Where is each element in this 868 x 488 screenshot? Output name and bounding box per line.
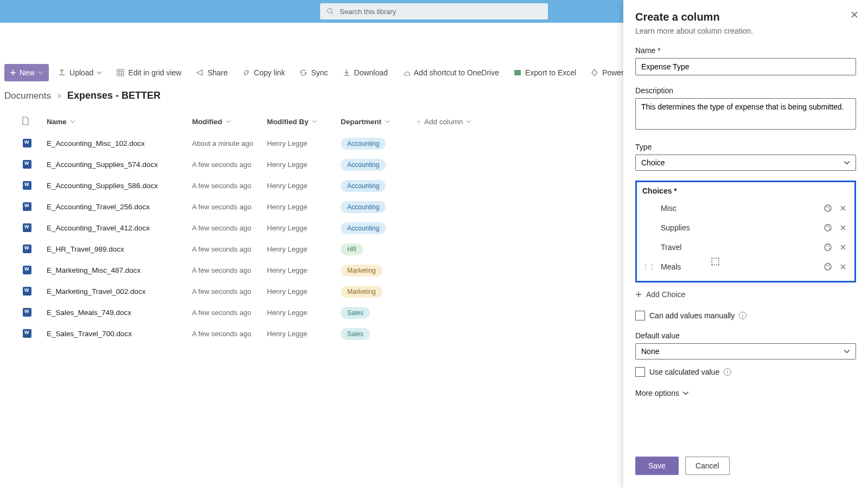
sync-button[interactable]: Sync [293,64,333,81]
plus-icon [10,69,16,76]
save-button[interactable]: Save [635,457,679,475]
color-palette-icon[interactable] [822,261,834,273]
modified-by-text: Henry Legge [267,266,307,274]
svg-line-1 [331,12,334,15]
remove-choice-button[interactable] [837,261,849,273]
create-column-panel: Create a column Learn more about column … [623,0,868,488]
file-name[interactable]: E_Sales_Meals_749.docx [47,309,131,317]
modified-header[interactable]: Modified [192,118,267,126]
add-choice-button[interactable]: Add Choice [635,290,856,299]
info-icon[interactable]: i [739,312,746,319]
choice-text[interactable]: Misc [653,204,819,213]
svg-point-12 [825,244,831,251]
can-add-manually-checkbox[interactable]: Can add values manually i [635,311,856,320]
copy-link-button[interactable]: Copy link [237,64,291,81]
name-header[interactable]: Name [47,118,192,126]
export-excel-button[interactable]: Export to Excel [508,64,582,81]
upload-button[interactable]: Upload [52,64,107,81]
word-doc-icon [22,201,33,212]
download-button[interactable]: Download [337,64,393,81]
word-doc-icon [22,307,33,318]
description-label: Description [635,86,856,95]
color-palette-icon[interactable] [822,202,834,214]
search-box[interactable]: Search this library [320,3,548,20]
learn-more-link[interactable]: Learn more about column creation. [635,27,856,35]
new-button[interactable]: New [4,64,49,81]
edit-grid-button[interactable]: Edit in grid view [111,64,187,81]
more-options-toggle[interactable]: More options [635,389,856,397]
share-label: Share [207,68,227,77]
department-pill: Accounting [341,201,386,213]
modified-text: About a minute ago [192,139,253,147]
export-excel-label: Export to Excel [525,68,576,77]
modified-text: A few seconds ago [192,266,251,274]
remove-choice-button[interactable] [837,202,849,214]
shortcut-button[interactable]: Add shortcut to OneDrive [397,64,505,81]
choice-text[interactable]: Meals [653,262,819,271]
modified-by-text: Henry Legge [267,203,307,211]
file-name[interactable]: E_Marketing_Travel_002.docx [47,287,146,296]
chevron-right-icon [56,93,62,99]
breadcrumb-parent[interactable]: Documents [4,91,51,101]
type-label: Type [635,143,856,151]
modified-by-header[interactable]: Modified By [267,118,341,126]
modified-by-text: Henry Legge [267,139,307,147]
use-calculated-label: Use calculated value [649,368,719,376]
file-name[interactable]: E_Accounting_Supplies_574.docx [47,160,158,169]
use-calculated-checkbox[interactable]: Use calculated value i [635,367,856,377]
description-input[interactable]: This determines the type of expense that… [635,98,856,130]
close-button[interactable] [851,11,858,21]
remove-choice-button[interactable] [837,222,849,234]
add-column-header[interactable]: +Add column [417,118,482,126]
department-pill: Sales [341,328,370,340]
department-pill: Sales [341,307,370,319]
file-name[interactable]: E_Accounting_Supplies_586.docx [47,182,158,190]
file-name[interactable]: E_Marketing_Misc_487.docx [47,266,141,274]
choice-row[interactable]: ⋮⋮Supplies [640,218,851,237]
file-name[interactable]: E_Accounting_Travel_256.docx [47,203,150,211]
type-select[interactable]: Choice [635,155,856,171]
department-pill: Marketing [341,265,382,277]
color-palette-icon[interactable] [822,222,834,234]
svg-point-6 [828,207,829,208]
document-icon [22,117,29,125]
modified-text: A few seconds ago [192,287,251,296]
choices-label: Choices * [642,187,851,195]
chevron-down-icon [385,119,390,124]
svg-point-18 [828,265,829,266]
default-value-label: Default value [635,331,856,340]
more-options-label: More options [635,389,679,397]
excel-icon [513,68,522,77]
close-icon [851,11,858,18]
drag-handle-icon[interactable]: ⋮⋮ [642,263,650,271]
choice-row[interactable]: ⋮⋮Travel [640,237,851,257]
copy-link-label: Copy link [254,68,285,77]
default-value-select[interactable]: None [635,343,856,359]
name-input[interactable] [635,58,856,75]
info-icon[interactable]: i [724,368,731,376]
panel-footer: Save Cancel [623,448,868,488]
choice-text[interactable]: Supplies [653,223,819,232]
file-name[interactable]: E_Accounting_Misc_102.docx [47,139,145,147]
file-name[interactable]: E_Accounting_Travel_412.docx [47,224,150,232]
file-name[interactable]: E_Sales_Travel_700.docx [47,330,132,338]
department-header[interactable]: Department [341,118,417,126]
checkbox-icon [635,367,645,377]
choice-row[interactable]: ⋮⋮Misc [640,198,851,218]
file-type-header[interactable] [22,117,47,127]
word-doc-icon [22,243,33,254]
svg-point-10 [828,226,829,227]
search-placeholder: Search this library [340,8,396,16]
type-value: Choice [641,158,665,167]
color-palette-icon[interactable] [822,241,834,253]
link-icon [242,68,251,77]
remove-choice-button[interactable] [837,241,849,253]
share-button[interactable]: Share [190,64,233,81]
upload-label: Upload [69,68,93,77]
choice-text[interactable]: Travel [653,243,819,252]
cancel-button[interactable]: Cancel [685,457,730,475]
file-name[interactable]: E_HR_Travel_989.docx [47,245,124,253]
choice-row[interactable]: ⋮⋮Meals [640,257,851,277]
search-icon [327,8,334,15]
share-icon [195,68,204,77]
